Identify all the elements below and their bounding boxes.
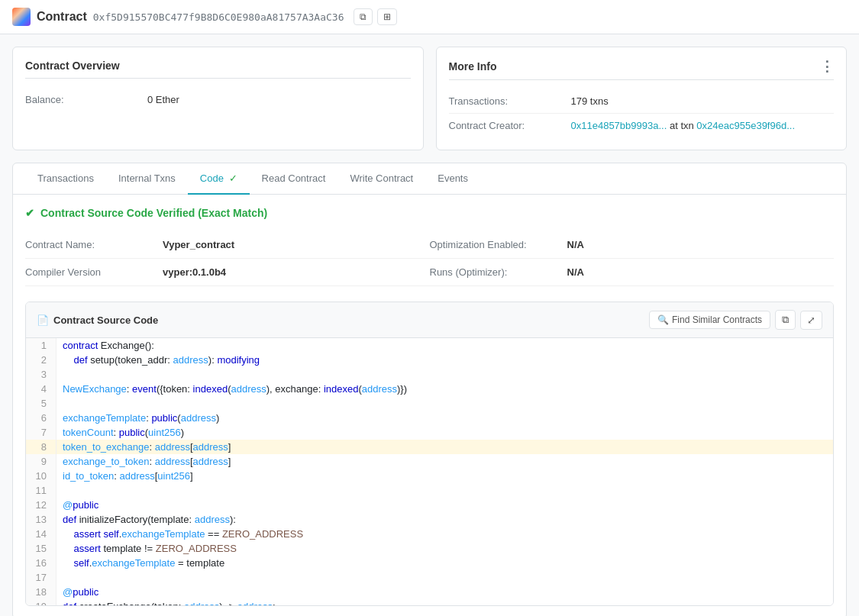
creator-value: 0x11e4857bb9993a... at txn 0x24eac955e39… bbox=[571, 120, 796, 131]
transactions-label: Transactions: bbox=[449, 95, 571, 107]
tabs-header: Transactions Internal Txns Code ✓ Read C… bbox=[13, 163, 846, 195]
expand-icon: ⤢ bbox=[807, 314, 815, 326]
contract-name-value: Vyper_contract bbox=[163, 239, 234, 250]
line-content: def createExchange(token: address) -> ad… bbox=[57, 599, 833, 605]
expand-code-button[interactable]: ⤢ bbox=[800, 311, 822, 330]
code-line: 3 bbox=[26, 367, 833, 382]
copy-icon: ⧉ bbox=[360, 11, 367, 22]
line-number: 15 bbox=[26, 541, 57, 556]
line-number: 1 bbox=[26, 338, 57, 353]
code-line: 16 self.exchangeTemplate = template bbox=[26, 556, 833, 570]
line-content: @public bbox=[57, 498, 833, 512]
runs-row: Runs (Optimizer): N/A bbox=[430, 259, 835, 286]
verified-banner: ✔ Contract Source Code Verified (Exact M… bbox=[25, 207, 834, 219]
tab-code[interactable]: Code ✓ bbox=[188, 163, 250, 195]
compiler-row: Compiler Version vyper:0.1.0b4 bbox=[25, 259, 430, 286]
balance-value: 0 Ether bbox=[147, 94, 179, 105]
line-content: id_to_token: address[uint256] bbox=[57, 469, 833, 483]
more-info-menu-button[interactable]: ⋮ bbox=[820, 60, 834, 73]
find-similar-button[interactable]: 🔍 Find Similar Contracts bbox=[649, 311, 770, 329]
code-line: 8token_to_exchange: address[address] bbox=[26, 440, 833, 454]
code-line: 2 def setup(token_addr: address): modify… bbox=[26, 353, 833, 367]
optimization-row: Optimization Enabled: N/A bbox=[430, 231, 835, 259]
line-number: 6 bbox=[26, 411, 57, 425]
code-line: 13def initializeFactory(template: addres… bbox=[26, 512, 833, 527]
source-code-title: 📄 Contract Source Code bbox=[37, 314, 158, 326]
code-line: 6exchangeTemplate: public(address) bbox=[26, 411, 833, 425]
tab-transactions[interactable]: Transactions bbox=[25, 163, 106, 195]
source-code-actions: 🔍 Find Similar Contracts ⧉ ⤢ bbox=[649, 310, 822, 330]
transactions-row: Transactions: 179 txns bbox=[449, 89, 835, 114]
contract-name-row: Contract Name: Vyper_contract bbox=[25, 231, 430, 259]
line-number: 12 bbox=[26, 498, 57, 512]
code-line: 12@public bbox=[26, 498, 833, 512]
copy-code-button[interactable]: ⧉ bbox=[775, 310, 796, 330]
compiler-label: Compiler Version bbox=[25, 266, 163, 278]
source-code-header: 📄 Contract Source Code 🔍 Find Similar Co… bbox=[26, 302, 833, 338]
optimization-label: Optimization Enabled: bbox=[430, 239, 567, 250]
line-content bbox=[57, 483, 833, 498]
tab-read-contract[interactable]: Read Contract bbox=[250, 163, 338, 195]
line-content: @public bbox=[57, 585, 833, 599]
tabs-body: ✔ Contract Source Code Verified (Exact M… bbox=[13, 195, 846, 616]
line-number: 18 bbox=[26, 585, 57, 599]
grid-view-button[interactable]: ⊞ bbox=[377, 8, 397, 25]
line-number: 8 bbox=[26, 440, 57, 454]
more-info-card: More Info ⋮ Transactions: 179 txns Contr… bbox=[436, 47, 848, 150]
code-line: 14 assert self.exchangeTemplate == ZERO_… bbox=[26, 527, 833, 541]
line-number: 5 bbox=[26, 396, 57, 411]
line-content: contract Exchange(): bbox=[57, 338, 833, 353]
code-line: 18@public bbox=[26, 585, 833, 599]
cards-row: Contract Overview Balance: 0 Ether More … bbox=[12, 47, 847, 150]
creator-row: Contract Creator: 0x11e4857bb9993a... at… bbox=[449, 114, 835, 137]
line-number: 10 bbox=[26, 469, 57, 483]
line-number: 4 bbox=[26, 382, 57, 396]
line-content: token_to_exchange: address[address] bbox=[57, 440, 833, 454]
line-number: 3 bbox=[26, 367, 57, 382]
tab-write-contract[interactable]: Write Contract bbox=[337, 163, 425, 195]
contract-info-grid: Contract Name: Vyper_contract Optimizati… bbox=[25, 231, 834, 286]
copy-icon: ⧉ bbox=[782, 314, 789, 325]
line-number: 7 bbox=[26, 425, 57, 440]
verified-check-icon: ✓ bbox=[229, 173, 237, 184]
line-number: 16 bbox=[26, 556, 57, 570]
more-info-title: More Info ⋮ bbox=[449, 60, 835, 80]
line-content: assert self.exchangeTemplate == ZERO_ADD… bbox=[57, 527, 833, 541]
contract-name-label: Contract Name: bbox=[25, 239, 163, 250]
code-line: 1contract Exchange(): bbox=[26, 338, 833, 353]
code-line: 17 bbox=[26, 570, 833, 585]
line-number: 9 bbox=[26, 454, 57, 469]
line-number: 17 bbox=[26, 570, 57, 585]
code-line: 4NewExchange: event({token: indexed(addr… bbox=[26, 382, 833, 396]
line-number: 11 bbox=[26, 483, 57, 498]
grid-icon: ⊞ bbox=[383, 11, 391, 22]
creator-label: Contract Creator: bbox=[449, 120, 571, 131]
contract-overview-card: Contract Overview Balance: 0 Ether bbox=[12, 47, 424, 150]
line-content bbox=[57, 570, 833, 585]
optimization-value: N/A bbox=[567, 239, 584, 250]
creator-address-link[interactable]: 0x11e4857bb9993a... bbox=[571, 120, 667, 131]
top-bar: Contract 0xf5D915570BC477f9B8D6C0E980aA8… bbox=[0, 0, 859, 34]
line-content: def setup(token_addr: address): modifyin… bbox=[57, 353, 833, 367]
copy-address-button[interactable]: ⧉ bbox=[354, 8, 373, 25]
creator-txn-link[interactable]: 0x24eac955e39f96d... bbox=[696, 120, 795, 131]
page-title: Contract bbox=[37, 10, 87, 24]
code-line: 11 bbox=[26, 483, 833, 498]
transactions-value: 179 txns bbox=[571, 95, 609, 107]
tab-events[interactable]: Events bbox=[425, 163, 480, 195]
search-icon: 🔍 bbox=[657, 314, 669, 325]
code-area[interactable]: 1contract Exchange():2 def setup(token_a… bbox=[26, 338, 833, 605]
balance-label: Balance: bbox=[25, 94, 147, 105]
tabs-container: Transactions Internal Txns Code ✓ Read C… bbox=[12, 163, 847, 616]
compiler-value: vyper:0.1.0b4 bbox=[163, 266, 226, 278]
line-number: 14 bbox=[26, 527, 57, 541]
code-line: 7tokenCount: public(uint256) bbox=[26, 425, 833, 440]
code-line: 10id_to_token: address[uint256] bbox=[26, 469, 833, 483]
line-content bbox=[57, 396, 833, 411]
top-bar-actions: ⧉ ⊞ bbox=[354, 8, 397, 25]
line-content: exchangeTemplate: public(address) bbox=[57, 411, 833, 425]
document-icon: 📄 bbox=[37, 314, 49, 326]
tab-internal-txns[interactable]: Internal Txns bbox=[106, 163, 188, 195]
line-content: tokenCount: public(uint256) bbox=[57, 425, 833, 440]
balance-row: Balance: 0 Ether bbox=[25, 88, 411, 111]
